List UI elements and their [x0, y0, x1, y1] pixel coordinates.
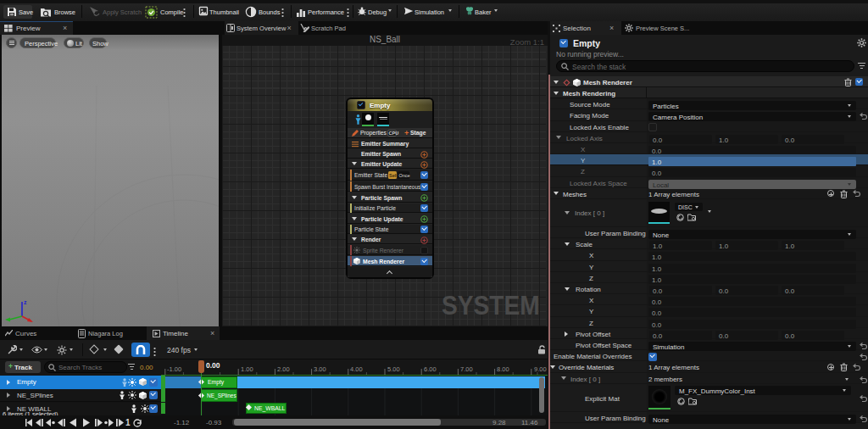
- svg-text:z: z: [24, 299, 27, 305]
- svg-text:1: 1: [125, 418, 131, 427]
